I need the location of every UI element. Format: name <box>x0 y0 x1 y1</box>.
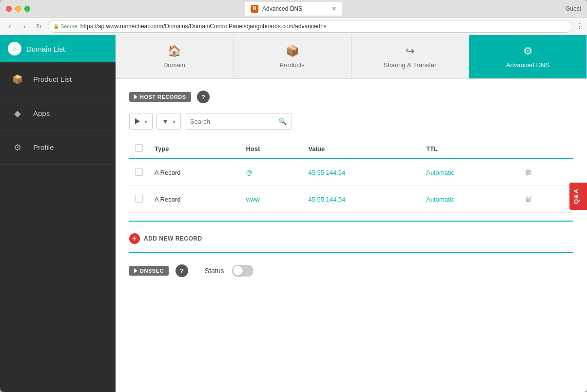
sidebar-item-profile[interactable]: ⚙ Profile <box>0 131 116 165</box>
tab-title: Advanced DNS <box>262 5 302 12</box>
search-bar: 🔍 <box>185 113 292 130</box>
row2-checkbox[interactable] <box>135 195 143 203</box>
dnssec-help-button[interactable]: ? <box>176 264 188 277</box>
sidebar-item-label-profile: Profile <box>33 143 54 151</box>
row1-value: 45.55.144.54 <box>302 159 420 186</box>
tab-domain[interactable]: 🏠 Domain <box>116 35 234 78</box>
secure-text: Secure <box>60 23 78 29</box>
sharing-tab-icon: ↪ <box>406 45 414 57</box>
bottom-divider <box>129 252 573 253</box>
row1-host: @ <box>240 159 302 186</box>
sidebar-item-label-apps: Apps <box>33 109 50 117</box>
row1-actions: 🗑 <box>517 159 573 186</box>
browser-menu-button[interactable]: ⋮ <box>575 21 583 31</box>
domain-tab-icon: 🏠 <box>168 45 181 57</box>
reload-button[interactable]: ↻ <box>33 20 45 32</box>
products-tab-icon: 📦 <box>286 45 299 57</box>
secure-badge: 🔒 Secure <box>53 23 78 29</box>
sidebar-header: ⌂ Domain List <box>0 35 116 62</box>
dns-table-header: Type Host Value TTL <box>129 139 573 159</box>
dnssec-toggle[interactable] <box>232 265 254 277</box>
host-header: Host <box>240 139 302 159</box>
dnssec-section: DNSSEC ? Status <box>129 264 573 277</box>
close-window-button[interactable] <box>6 6 12 12</box>
profile-icon: ⚙ <box>10 140 25 155</box>
table-row: A Record www 45.55.144.54 Automatic 🗑 <box>129 186 573 213</box>
forward-button[interactable]: › <box>19 20 30 32</box>
product-list-icon: 📦 <box>10 72 25 87</box>
tab-close-button[interactable]: ✕ <box>332 5 336 12</box>
apps-icon: ◆ <box>10 106 25 121</box>
row2-delete-button[interactable]: 🗑 <box>523 193 534 205</box>
minimize-window-button[interactable] <box>15 6 21 12</box>
row2-host: www <box>240 186 302 213</box>
sidebar-header-title: Domain List <box>26 45 65 53</box>
filter-dropdown-button[interactable]: ▼ <box>157 113 181 130</box>
advanced-dns-tab-label: Advanced DNS <box>506 61 549 69</box>
tab-navigation: 🏠 Domain 📦 Products ↪ Sharing & Transfer… <box>116 35 587 79</box>
dns-table: Type Host Value TTL A Record @ 45.55.1 <box>129 139 573 213</box>
row2-ttl: Automatic <box>420 186 517 213</box>
dns-table-body: A Record @ 45.55.144.54 Automatic 🗑 A Re… <box>129 159 573 213</box>
browser-toolbar: ‹ › ↻ 🔒 Secure https://ap.www.namecheap.… <box>0 18 587 35</box>
table-row: A Record @ 45.55.144.54 Automatic 🗑 <box>129 159 573 186</box>
row2-value: 45.55.144.54 <box>302 186 420 213</box>
host-records-badge: HOST RECORDS <box>129 92 191 102</box>
url-text: https://ap.www.namecheap.com/Domains/Dom… <box>80 23 327 30</box>
tab-favicon: N <box>251 5 258 13</box>
traffic-lights <box>6 6 30 12</box>
ttl-header: TTL <box>420 139 517 159</box>
dnssec-badge: DNSSEC <box>129 266 169 276</box>
sidebar: ⌂ Domain List 📦 Product List ◆ Apps ⚙ Pr… <box>0 35 116 392</box>
status-row: Status <box>205 265 254 277</box>
play-icon <box>135 118 140 124</box>
type-header: Type <box>149 139 240 159</box>
play-dropdown-button[interactable] <box>129 113 153 130</box>
row2-checkbox-cell <box>129 186 149 213</box>
add-record-button[interactable]: + ADD NEW RECORD <box>129 233 573 244</box>
tab-products[interactable]: 📦 Products <box>234 35 352 78</box>
row1-delete-button[interactable]: 🗑 <box>523 166 534 179</box>
advanced-dns-tab-icon: ⚙ <box>523 45 533 57</box>
main-content: 🏠 Domain 📦 Products ↪ Sharing & Transfer… <box>116 35 587 392</box>
row1-ttl: Automatic <box>420 159 517 186</box>
address-bar[interactable]: 🔒 Secure https://ap.www.namecheap.com/Do… <box>48 20 572 33</box>
tab-sharing-transfer[interactable]: ↪ Sharing & Transfer <box>352 35 470 78</box>
row2-type: A Record <box>149 186 240 213</box>
search-button[interactable]: 🔍 <box>278 117 287 125</box>
sidebar-item-label-product-list: Product List <box>33 75 72 83</box>
toggle-knob <box>233 266 243 276</box>
actions-header <box>517 139 573 159</box>
sharing-tab-label: Sharing & Transfer <box>384 61 436 69</box>
qa-floating-button[interactable]: Q&A <box>569 183 587 210</box>
back-button[interactable]: ‹ <box>4 20 16 32</box>
sidebar-logo-icon: ⌂ <box>8 42 21 56</box>
maximize-window-button[interactable] <box>24 6 30 12</box>
select-all-checkbox[interactable] <box>135 144 143 152</box>
content-body: HOST RECORDS ? ▼ 🔍 <box>116 79 587 392</box>
sidebar-item-product-list[interactable]: 📦 Product List <box>0 62 116 96</box>
browser-tab[interactable]: N Advanced DNS ✕ <box>245 2 342 16</box>
guest-label: Guest <box>566 5 581 12</box>
browser-content: ⌂ Domain List 📦 Product List ◆ Apps ⚙ Pr… <box>0 35 587 392</box>
row1-type: A Record <box>149 159 240 186</box>
host-records-help-button[interactable]: ? <box>197 91 210 103</box>
toolbar-row: ▼ 🔍 <box>129 113 573 130</box>
select-all-header <box>129 139 149 159</box>
sidebar-item-apps[interactable]: ◆ Apps <box>0 96 116 131</box>
products-tab-label: Products <box>279 61 304 69</box>
add-icon: + <box>129 233 140 244</box>
titlebar: N Advanced DNS ✕ Guest <box>0 0 587 18</box>
filter-chevron-icon <box>173 117 176 125</box>
status-label: Status <box>205 267 224 275</box>
lock-icon: 🔒 <box>53 23 59 29</box>
tab-advanced-dns[interactable]: ⚙ Advanced DNS <box>469 35 587 78</box>
value-header: Value <box>302 139 420 159</box>
row1-checkbox[interactable] <box>135 168 143 176</box>
row1-checkbox-cell <box>129 159 149 186</box>
domain-tab-label: Domain <box>163 61 185 69</box>
search-input[interactable] <box>190 118 274 125</box>
filter-icon: ▼ <box>162 117 169 125</box>
chevron-down-icon <box>144 117 147 125</box>
row2-actions: 🗑 <box>517 186 573 213</box>
